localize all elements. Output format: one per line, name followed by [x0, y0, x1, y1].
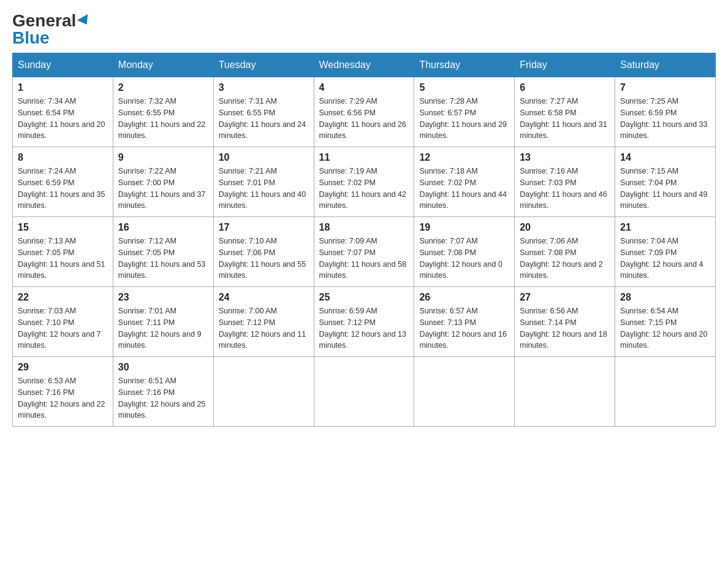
col-friday: Friday — [515, 53, 615, 77]
day-number: 16 — [118, 222, 208, 233]
calendar-week-row: 1Sunrise: 7:34 AMSunset: 6:54 PMDaylight… — [13, 77, 716, 147]
calendar-cell: 17Sunrise: 7:10 AMSunset: 7:06 PMDayligh… — [213, 217, 314, 287]
day-info: Sunrise: 6:54 AMSunset: 7:15 PMDaylight:… — [620, 305, 710, 351]
calendar-cell: 6Sunrise: 7:27 AMSunset: 6:58 PMDaylight… — [515, 77, 615, 147]
calendar-cell: 21Sunrise: 7:04 AMSunset: 7:09 PMDayligh… — [615, 217, 716, 287]
calendar-cell: 1Sunrise: 7:34 AMSunset: 6:54 PMDaylight… — [13, 77, 113, 147]
calendar-cell: 19Sunrise: 7:07 AMSunset: 7:08 PMDayligh… — [414, 217, 515, 287]
calendar-week-row: 22Sunrise: 7:03 AMSunset: 7:10 PMDayligh… — [13, 287, 716, 357]
day-info: Sunrise: 7:19 AMSunset: 7:02 PMDaylight:… — [319, 166, 409, 212]
calendar-cell: 24Sunrise: 7:00 AMSunset: 7:12 PMDayligh… — [213, 287, 314, 357]
day-info: Sunrise: 7:06 AMSunset: 7:08 PMDaylight:… — [520, 236, 610, 282]
calendar-cell: 30Sunrise: 6:51 AMSunset: 7:16 PMDayligh… — [113, 357, 213, 427]
logo-general-text: General — [12, 12, 76, 29]
col-monday: Monday — [113, 53, 213, 77]
calendar-cell: 11Sunrise: 7:19 AMSunset: 7:02 PMDayligh… — [314, 147, 414, 217]
day-number: 2 — [118, 82, 208, 93]
calendar-cell: 8Sunrise: 7:24 AMSunset: 6:59 PMDaylight… — [13, 147, 113, 217]
day-number: 13 — [520, 152, 610, 163]
calendar-cell: 28Sunrise: 6:54 AMSunset: 7:15 PMDayligh… — [615, 287, 716, 357]
calendar-cell: 3Sunrise: 7:31 AMSunset: 6:55 PMDaylight… — [213, 77, 314, 147]
day-info: Sunrise: 7:09 AMSunset: 7:07 PMDaylight:… — [319, 236, 409, 282]
day-number: 18 — [319, 222, 409, 233]
day-number: 14 — [620, 152, 710, 163]
day-info: Sunrise: 7:29 AMSunset: 6:56 PMDaylight:… — [319, 96, 409, 142]
day-number: 5 — [419, 82, 509, 93]
calendar-cell — [213, 357, 314, 427]
col-saturday: Saturday — [615, 53, 716, 77]
day-info: Sunrise: 7:01 AMSunset: 7:11 PMDaylight:… — [118, 305, 208, 351]
calendar-cell — [314, 357, 414, 427]
calendar-cell: 25Sunrise: 6:59 AMSunset: 7:12 PMDayligh… — [314, 287, 414, 357]
calendar-cell: 22Sunrise: 7:03 AMSunset: 7:10 PMDayligh… — [13, 287, 113, 357]
day-number: 25 — [319, 292, 409, 303]
day-info: Sunrise: 7:12 AMSunset: 7:05 PMDaylight:… — [118, 236, 208, 282]
col-thursday: Thursday — [414, 53, 515, 77]
day-info: Sunrise: 6:57 AMSunset: 7:13 PMDaylight:… — [419, 305, 509, 351]
calendar-table: Sunday Monday Tuesday Wednesday Thursday… — [12, 53, 716, 427]
calendar-cell: 14Sunrise: 7:15 AMSunset: 7:04 PMDayligh… — [615, 147, 716, 217]
day-info: Sunrise: 7:18 AMSunset: 7:02 PMDaylight:… — [419, 166, 509, 212]
day-info: Sunrise: 7:34 AMSunset: 6:54 PMDaylight:… — [18, 96, 108, 142]
day-info: Sunrise: 7:31 AMSunset: 6:55 PMDaylight:… — [219, 96, 309, 142]
col-wednesday: Wednesday — [314, 53, 414, 77]
day-number: 19 — [419, 222, 509, 233]
calendar-cell: 26Sunrise: 6:57 AMSunset: 7:13 PMDayligh… — [414, 287, 515, 357]
day-number: 15 — [18, 222, 108, 233]
day-info: Sunrise: 7:22 AMSunset: 7:00 PMDaylight:… — [118, 166, 208, 212]
calendar-cell: 7Sunrise: 7:25 AMSunset: 6:59 PMDaylight… — [615, 77, 716, 147]
day-number: 17 — [219, 222, 309, 233]
day-number: 3 — [219, 82, 309, 93]
calendar-cell: 4Sunrise: 7:29 AMSunset: 6:56 PMDaylight… — [314, 77, 414, 147]
day-number: 22 — [18, 292, 108, 303]
day-info: Sunrise: 6:59 AMSunset: 7:12 PMDaylight:… — [319, 305, 409, 351]
day-number: 9 — [118, 152, 208, 163]
calendar-cell — [515, 357, 615, 427]
calendar-cell: 18Sunrise: 7:09 AMSunset: 7:07 PMDayligh… — [314, 217, 414, 287]
day-number: 6 — [520, 82, 610, 93]
calendar-cell: 9Sunrise: 7:22 AMSunset: 7:00 PMDaylight… — [113, 147, 213, 217]
calendar-header-row: Sunday Monday Tuesday Wednesday Thursday… — [13, 53, 716, 77]
calendar-week-row: 8Sunrise: 7:24 AMSunset: 6:59 PMDaylight… — [13, 147, 716, 217]
logo-blue-text: Blue — [12, 29, 50, 47]
day-info: Sunrise: 7:24 AMSunset: 6:59 PMDaylight:… — [18, 166, 108, 212]
calendar-cell: 5Sunrise: 7:28 AMSunset: 6:57 PMDaylight… — [414, 77, 515, 147]
col-sunday: Sunday — [13, 53, 113, 77]
calendar-cell — [414, 357, 515, 427]
logo: General Blue — [12, 12, 91, 47]
day-number: 24 — [219, 292, 309, 303]
calendar-week-row: 29Sunrise: 6:53 AMSunset: 7:16 PMDayligh… — [13, 357, 716, 427]
calendar-cell: 10Sunrise: 7:21 AMSunset: 7:01 PMDayligh… — [213, 147, 314, 217]
calendar-cell: 29Sunrise: 6:53 AMSunset: 7:16 PMDayligh… — [13, 357, 113, 427]
day-number: 10 — [219, 152, 309, 163]
calendar-cell: 13Sunrise: 7:16 AMSunset: 7:03 PMDayligh… — [515, 147, 615, 217]
day-info: Sunrise: 7:25 AMSunset: 6:59 PMDaylight:… — [620, 96, 710, 142]
day-info: Sunrise: 7:16 AMSunset: 7:03 PMDaylight:… — [520, 166, 610, 212]
calendar-cell: 15Sunrise: 7:13 AMSunset: 7:05 PMDayligh… — [13, 217, 113, 287]
day-number: 26 — [419, 292, 509, 303]
day-info: Sunrise: 7:10 AMSunset: 7:06 PMDaylight:… — [219, 236, 309, 282]
col-tuesday: Tuesday — [213, 53, 314, 77]
page-header: General Blue — [12, 12, 716, 47]
day-number: 12 — [419, 152, 509, 163]
day-info: Sunrise: 7:27 AMSunset: 6:58 PMDaylight:… — [520, 96, 610, 142]
day-number: 29 — [18, 362, 108, 373]
calendar-week-row: 15Sunrise: 7:13 AMSunset: 7:05 PMDayligh… — [13, 217, 716, 287]
logo-triangle-icon — [77, 14, 92, 28]
day-info: Sunrise: 7:00 AMSunset: 7:12 PMDaylight:… — [219, 305, 309, 351]
calendar-cell: 16Sunrise: 7:12 AMSunset: 7:05 PMDayligh… — [113, 217, 213, 287]
day-info: Sunrise: 7:13 AMSunset: 7:05 PMDaylight:… — [18, 236, 108, 282]
day-number: 1 — [18, 82, 108, 93]
day-number: 30 — [118, 362, 208, 373]
day-info: Sunrise: 7:07 AMSunset: 7:08 PMDaylight:… — [419, 236, 509, 282]
day-number: 21 — [620, 222, 710, 233]
day-number: 28 — [620, 292, 710, 303]
day-number: 8 — [18, 152, 108, 163]
day-number: 4 — [319, 82, 409, 93]
day-number: 23 — [118, 292, 208, 303]
day-info: Sunrise: 6:53 AMSunset: 7:16 PMDaylight:… — [18, 375, 108, 421]
calendar-cell — [615, 357, 716, 427]
day-number: 7 — [620, 82, 710, 93]
calendar-cell: 27Sunrise: 6:56 AMSunset: 7:14 PMDayligh… — [515, 287, 615, 357]
day-info: Sunrise: 6:56 AMSunset: 7:14 PMDaylight:… — [520, 305, 610, 351]
